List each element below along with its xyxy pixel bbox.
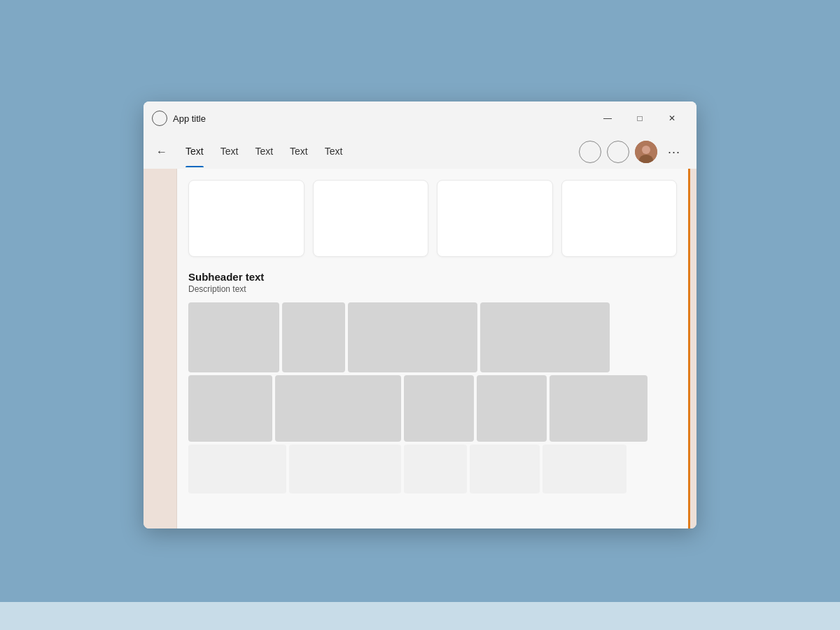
grid-cell-2-1[interactable] [188, 375, 272, 442]
description-text: Description text [188, 284, 677, 294]
tab-text-5[interactable]: Text [316, 135, 351, 169]
grid-cell-3-3[interactable] [404, 444, 467, 493]
navbar: ← Text Text Text Text Text [144, 135, 696, 169]
tab-text-2[interactable]: Text [212, 135, 247, 169]
grid-cell-3-2[interactable] [289, 444, 401, 493]
user-avatar[interactable] [635, 141, 657, 163]
minimize-button[interactable]: — [592, 107, 624, 130]
avatar-icon [635, 141, 657, 163]
card-3[interactable] [437, 180, 553, 257]
grid-cell-1-4[interactable] [480, 302, 610, 372]
titlebar: App title — □ ✕ [144, 102, 696, 135]
action-circle-2[interactable] [607, 141, 629, 163]
taskbar [0, 602, 840, 630]
grid-cell-1-3[interactable] [348, 302, 477, 372]
more-options-button[interactable]: ··· [663, 141, 685, 163]
app-title: App title [173, 113, 592, 124]
app-logo-icon [152, 111, 167, 126]
action-circle-1[interactable] [579, 141, 601, 163]
grid-cell-3-4[interactable] [470, 444, 540, 493]
grid-cell-3-1[interactable] [188, 444, 286, 493]
content-area: Subheader text Description text [144, 169, 696, 528]
close-button[interactable]: ✕ [656, 107, 688, 130]
back-button[interactable]: ← [149, 139, 174, 164]
tab-text-3[interactable]: Text [246, 135, 281, 169]
tab-text-4[interactable]: Text [281, 135, 316, 169]
card-1[interactable] [188, 180, 304, 257]
grid-cell-1-1[interactable] [188, 302, 279, 372]
grid-cell-2-4[interactable] [477, 375, 547, 442]
svg-point-1 [642, 146, 650, 154]
subheader-text: Subheader text [188, 271, 677, 283]
window-controls: — □ ✕ [592, 107, 688, 130]
sidebar-right [688, 169, 696, 528]
nav-tabs: Text Text Text Text Text [174, 135, 579, 169]
grid-cell-2-5[interactable] [550, 375, 648, 442]
grid-row-2 [188, 375, 677, 442]
grid-cell-1-2[interactable] [282, 302, 345, 372]
tab-text-1[interactable]: Text [177, 135, 212, 169]
maximize-button[interactable]: □ [624, 107, 656, 130]
section-header: Subheader text Description text [188, 271, 677, 294]
cards-row [188, 180, 677, 257]
main-content[interactable]: Subheader text Description text [177, 169, 688, 528]
sidebar-left [144, 169, 177, 528]
app-window: App title — □ ✕ ← Text Text Text Text Te… [144, 102, 696, 528]
grid-cell-2-3[interactable] [404, 375, 474, 442]
card-4[interactable] [561, 180, 678, 257]
nav-actions: ··· [579, 141, 685, 163]
card-2[interactable] [313, 180, 429, 257]
grid-row-3 [188, 444, 677, 493]
grid-cell-2-2[interactable] [275, 375, 401, 442]
grid-cell-3-5[interactable] [542, 444, 626, 493]
grid-row-1 [188, 302, 677, 372]
